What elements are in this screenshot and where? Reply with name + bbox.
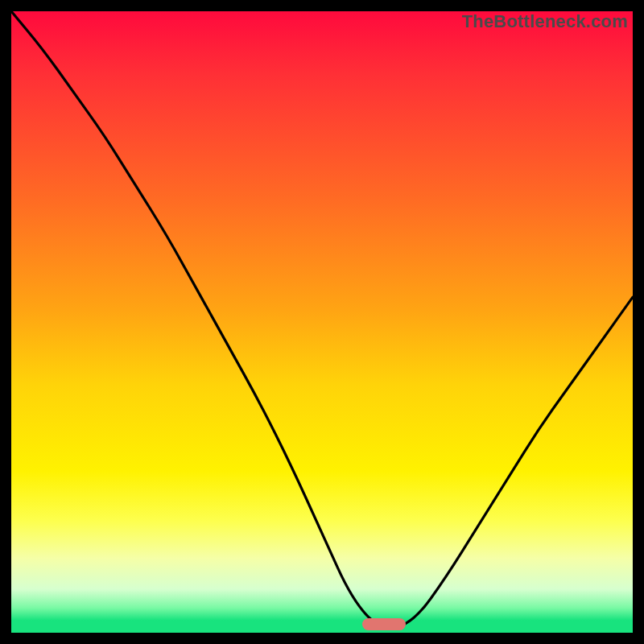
plot-area: TheBottleneck.com	[11, 11, 633, 633]
curve-path	[11, 11, 633, 628]
bottleneck-curve	[11, 11, 633, 633]
optimal-marker	[362, 618, 406, 630]
chart-frame: TheBottleneck.com	[0, 0, 644, 644]
